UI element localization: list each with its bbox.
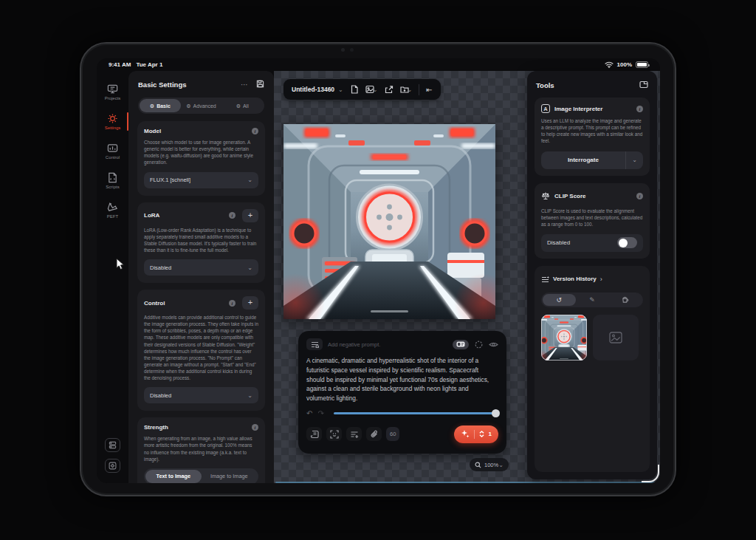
sidebar-item-scripts[interactable]: Scripts <box>97 168 128 193</box>
tab-basic[interactable]: ⚙ Basic <box>140 99 181 112</box>
version-thumbnail-current[interactable] <box>541 315 587 360</box>
negative-prompt-button[interactable] <box>306 338 323 350</box>
settings-panel: Basic Settings ⋯ ⚙ Basic ⚙ Advanced <box>128 71 274 483</box>
settings-scroll-area[interactable]: Model i Choose which model to use for im… <box>128 121 274 483</box>
history-tab[interactable]: ↺ <box>543 294 576 306</box>
machine-queue-button[interactable] <box>105 438 120 452</box>
add-control-button[interactable]: + <box>242 296 258 310</box>
image-mode-icon <box>456 341 465 347</box>
image-to-image-option[interactable]: Image to Image <box>202 470 258 483</box>
version-history-tabs: ↺ ✎ <box>541 293 643 307</box>
prompt-strength-slider[interactable] <box>334 409 498 417</box>
info-icon[interactable]: i <box>636 193 643 199</box>
chevron-down-icon: ⌄ <box>498 462 504 468</box>
pen-icon: ✎ <box>589 296 595 304</box>
generated-image[interactable] <box>284 124 495 319</box>
canvas-toolbar: Untitled-13460 ⌄ ⌄ <box>284 79 441 100</box>
clock-date: Tue Apr 1 <box>136 61 162 68</box>
list-add-icon <box>350 430 359 439</box>
face-restore-button[interactable] <box>326 427 342 441</box>
image-mode-toggle[interactable] <box>453 340 469 349</box>
interpreter-description: Uses an LLM to analyze the image and gen… <box>541 117 643 145</box>
chevron-down-icon[interactable]: ⌄ <box>338 86 343 93</box>
negative-prompt-placeholder[interactable]: Add negative prompt. <box>328 341 447 348</box>
gear-square-icon <box>109 462 117 470</box>
eye-icon[interactable] <box>489 341 498 349</box>
tab-advanced[interactable]: ⚙ Advanced <box>181 99 222 112</box>
batch-stepper[interactable] <box>479 431 484 437</box>
sidebar-item-label: Settings <box>105 126 121 130</box>
chevron-down-icon: ⌄ <box>247 392 252 399</box>
battery-icon <box>636 61 648 68</box>
generate-button[interactable]: 1 <box>454 425 498 443</box>
info-icon[interactable]: i <box>252 424 258 431</box>
chevron-right-icon[interactable]: › <box>600 276 602 283</box>
counter-badge[interactable]: 60 <box>386 427 399 441</box>
info-icon[interactable]: i <box>229 300 236 307</box>
strength-description: When generating from an image, a high va… <box>144 435 258 462</box>
control-icon <box>107 143 118 154</box>
face-viewfinder-icon <box>330 430 339 439</box>
info-icon[interactable]: i <box>636 106 643 112</box>
interrogate-options-button[interactable]: ⌄ <box>625 151 643 169</box>
pot-tab[interactable] <box>608 294 642 306</box>
prompt-text[interactable]: A cinematic, dramatic and hyperrealistic… <box>306 356 498 403</box>
sidebar-item-settings[interactable]: Settings <box>97 109 128 134</box>
sidebar-item-projects[interactable]: Projects <box>97 80 128 104</box>
save-to-folder-button[interactable]: ⌄ <box>400 85 413 94</box>
add-lora-button[interactable]: + <box>242 209 258 222</box>
control-dropdown[interactable]: Disabled ⌄ <box>144 387 258 403</box>
scales-icon <box>541 190 550 203</box>
share-button[interactable] <box>385 85 394 94</box>
generate-divider <box>474 430 475 439</box>
text-to-image-option[interactable]: Text to Image <box>145 470 202 483</box>
insert-image-button[interactable]: ⌄ <box>365 85 378 94</box>
sidebar-item-control[interactable]: Control <box>97 139 128 163</box>
control-title: Control <box>144 300 225 307</box>
interpreter-title: Image Interpreter <box>554 106 632 112</box>
projects-icon <box>107 83 118 95</box>
new-document-button[interactable] <box>350 85 359 94</box>
clip-score-toggle[interactable] <box>617 237 637 248</box>
tab-all[interactable]: ⚙ All <box>221 99 263 112</box>
version-history-card: Version History › ↺ ✎ <box>535 266 650 472</box>
redo-icon[interactable]: ↷ <box>317 409 323 417</box>
mouse-cursor <box>116 258 126 273</box>
info-icon[interactable]: i <box>229 212 236 219</box>
chevron-down-icon: ⌄ <box>247 177 252 183</box>
history-icon: ↺ <box>557 296 563 304</box>
server-stack-icon <box>109 441 117 449</box>
more-options-icon[interactable]: ⋯ <box>241 81 249 89</box>
sparkles-icon <box>461 428 470 441</box>
stage: 9:41 AM Tue Apr 1 100% Projects <box>0 0 756 540</box>
chat-bubble-icon[interactable] <box>474 341 484 349</box>
edits-tab[interactable]: ✎ <box>576 294 609 306</box>
new-document-icon <box>350 85 359 94</box>
interrogate-button[interactable]: Interrogate ⌄ <box>541 151 643 169</box>
image-placeholder-icon <box>609 332 622 344</box>
sidebar-item-peft[interactable]: PEFT <box>97 198 128 222</box>
clip-score-card: CLIP Score i CLIP Score is used to evalu… <box>535 183 650 259</box>
attach-button[interactable] <box>366 427 382 441</box>
lora-dropdown[interactable]: Disabled ⌄ <box>144 259 258 276</box>
gear-icon: ⚙ <box>186 103 190 109</box>
add-to-list-button[interactable] <box>346 427 362 441</box>
app-preferences-button[interactable] <box>105 459 120 473</box>
zoom-control[interactable]: 100% ⌄ <box>470 458 509 471</box>
tools-panel-title: Tools <box>536 81 639 89</box>
info-icon[interactable]: i <box>252 128 258 134</box>
panel-pin-button[interactable] <box>639 78 648 92</box>
model-dropdown[interactable]: FLUX.1 [schnell] ⌄ <box>144 172 258 188</box>
lora-description: LoRA (Low-order Rank Adaptation) is a te… <box>144 227 258 254</box>
version-thumbnail-placeholder[interactable] <box>593 315 639 360</box>
prompt-library-button[interactable] <box>306 427 322 441</box>
undo-icon[interactable]: ↶ <box>306 409 312 417</box>
lora-title: LoRA <box>144 212 225 219</box>
collapse-panel-icon[interactable]: ⇤ <box>426 86 432 94</box>
save-icon <box>256 80 264 88</box>
canvas-bottom-edge <box>275 482 659 483</box>
save-preset-button[interactable] <box>256 78 264 91</box>
slider-knob[interactable] <box>492 409 500 417</box>
document-title[interactable]: Untitled-13460 <box>292 86 334 93</box>
paperclip-icon <box>370 430 379 439</box>
